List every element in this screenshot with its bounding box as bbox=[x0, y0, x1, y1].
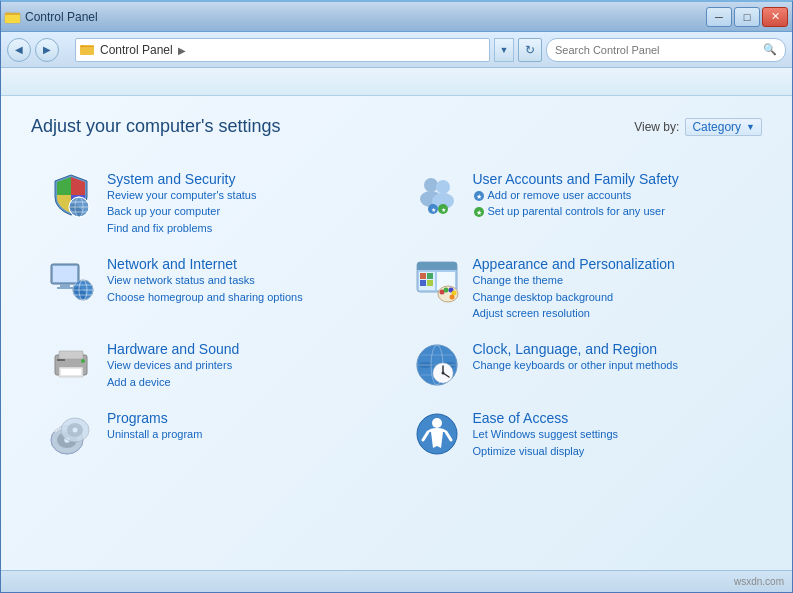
hardware-text: Hardware and Sound View devices and prin… bbox=[107, 341, 239, 390]
maximize-button[interactable]: □ bbox=[734, 7, 760, 27]
view-by-arrow: ▼ bbox=[746, 122, 755, 132]
programs-link-1[interactable]: Uninstall a program bbox=[107, 427, 202, 442]
svg-text:★: ★ bbox=[476, 193, 482, 200]
main-content: Adjust your computer's settings View by:… bbox=[1, 96, 792, 570]
system-security-text: System and Security Review your computer… bbox=[107, 171, 256, 236]
categories-grid: System and Security Review your computer… bbox=[31, 161, 762, 469]
view-by-label: View by: bbox=[634, 120, 679, 134]
ease-of-access-title[interactable]: Ease of Access bbox=[473, 410, 619, 426]
forward-button[interactable]: ▶ bbox=[35, 38, 59, 62]
system-security-link-1[interactable]: Review your computer's status bbox=[107, 188, 256, 203]
user-accounts-link-1[interactable]: Add or remove user accounts bbox=[488, 188, 632, 203]
category-appearance[interactable]: Appearance and Personalization Change th… bbox=[397, 246, 763, 331]
category-ease-of-access[interactable]: Ease of Access Let Windows suggest setti… bbox=[397, 400, 763, 469]
svg-rect-51 bbox=[57, 359, 65, 361]
parental-controls-badge-icon: ★ bbox=[473, 206, 485, 218]
category-network[interactable]: Network and Internet View network status… bbox=[31, 246, 397, 331]
svg-point-45 bbox=[449, 295, 454, 300]
view-by-dropdown[interactable]: Category ▼ bbox=[685, 118, 762, 136]
search-box[interactable]: 🔍 bbox=[546, 38, 786, 62]
svg-point-50 bbox=[81, 359, 85, 363]
hardware-link-1[interactable]: View devices and printers bbox=[107, 358, 239, 373]
svg-rect-37 bbox=[427, 273, 433, 279]
category-user-accounts[interactable]: ★ ★ User Accounts and Family Safety ★ Ad… bbox=[397, 161, 763, 246]
appearance-link-3[interactable]: Adjust screen resolution bbox=[473, 306, 675, 321]
hardware-link-2[interactable]: Add a device bbox=[107, 375, 239, 390]
ease-of-access-icon bbox=[413, 410, 461, 458]
user-accounts-title[interactable]: User Accounts and Family Safety bbox=[473, 171, 679, 187]
search-icon[interactable]: 🔍 bbox=[763, 43, 777, 56]
svg-rect-49 bbox=[61, 369, 81, 375]
breadcrumb: Control Panel ▶ bbox=[100, 43, 485, 57]
content-header: Adjust your computer's settings View by:… bbox=[31, 116, 762, 137]
back-button[interactable]: ◀ bbox=[7, 38, 31, 62]
main-window: Control Panel ─ □ ✕ ◀ ▶ Control Panel ▶ … bbox=[0, 0, 793, 593]
category-programs[interactable]: Programs Uninstall a program bbox=[31, 400, 397, 469]
svg-point-11 bbox=[436, 180, 450, 194]
system-security-link-2[interactable]: Back up your computer bbox=[107, 204, 256, 219]
window-folder-icon bbox=[5, 9, 21, 25]
category-system-security[interactable]: System and Security Review your computer… bbox=[31, 161, 397, 246]
view-by-control: View by: Category ▼ bbox=[634, 118, 762, 136]
address-input-wrapper: Control Panel ▶ bbox=[75, 38, 490, 62]
category-hardware[interactable]: Hardware and Sound View devices and prin… bbox=[31, 331, 397, 400]
address-bar: ◀ ▶ Control Panel ▶ ▼ ↻ 🔍 bbox=[1, 32, 792, 68]
appearance-text: Appearance and Personalization Change th… bbox=[473, 256, 675, 321]
svg-rect-39 bbox=[427, 280, 433, 286]
clock-link-1[interactable]: Change keyboards or other input methods bbox=[473, 358, 678, 373]
ease-of-access-text: Ease of Access Let Windows suggest setti… bbox=[473, 410, 619, 459]
system-security-title[interactable]: System and Security bbox=[107, 171, 256, 187]
network-link-1[interactable]: View network status and tasks bbox=[107, 273, 303, 288]
svg-rect-47 bbox=[59, 351, 83, 359]
svg-rect-36 bbox=[420, 273, 426, 279]
svg-point-42 bbox=[443, 288, 448, 293]
address-folder-icon bbox=[80, 42, 96, 58]
svg-point-69 bbox=[73, 428, 78, 433]
network-icon bbox=[47, 256, 95, 304]
user-accounts-badge-icon: ★ bbox=[473, 190, 485, 202]
svg-text:★: ★ bbox=[430, 207, 435, 213]
clock-text: Clock, Language, and Region Change keybo… bbox=[473, 341, 678, 373]
svg-rect-33 bbox=[417, 266, 457, 270]
appearance-link-2[interactable]: Change desktop background bbox=[473, 290, 675, 305]
user-accounts-text: User Accounts and Family Safety ★ Add or… bbox=[473, 171, 679, 220]
page-title: Adjust your computer's settings bbox=[31, 116, 281, 137]
status-bar: wsxdn.com bbox=[1, 570, 792, 592]
search-input[interactable] bbox=[555, 44, 763, 56]
toolbar bbox=[1, 68, 792, 96]
network-link-2[interactable]: Choose homegroup and sharing options bbox=[107, 290, 303, 305]
user-accounts-link-2[interactable]: Set up parental controls for any user bbox=[488, 204, 665, 219]
hardware-title[interactable]: Hardware and Sound bbox=[107, 341, 239, 357]
hardware-icon bbox=[47, 341, 95, 389]
refresh-button[interactable]: ↻ bbox=[518, 38, 542, 62]
svg-point-71 bbox=[432, 418, 442, 428]
minimize-button[interactable]: ─ bbox=[706, 7, 732, 27]
title-bar-buttons: ─ □ ✕ bbox=[706, 7, 788, 27]
network-title[interactable]: Network and Internet bbox=[107, 256, 303, 272]
svg-rect-38 bbox=[420, 280, 426, 286]
close-button[interactable]: ✕ bbox=[762, 7, 788, 27]
programs-title[interactable]: Programs bbox=[107, 410, 202, 426]
svg-point-62 bbox=[441, 372, 444, 375]
network-text: Network and Internet View network status… bbox=[107, 256, 303, 305]
svg-rect-24 bbox=[57, 287, 73, 289]
svg-text:★: ★ bbox=[476, 209, 482, 216]
system-security-link-3[interactable]: Find and fix problems bbox=[107, 221, 256, 236]
programs-icon bbox=[47, 410, 95, 458]
address-dropdown-button[interactable]: ▼ bbox=[494, 38, 514, 62]
system-security-icon bbox=[47, 171, 95, 219]
view-by-value: Category bbox=[692, 120, 741, 134]
appearance-title[interactable]: Appearance and Personalization bbox=[473, 256, 675, 272]
title-bar: Control Panel ─ □ ✕ bbox=[1, 2, 792, 32]
svg-text:★: ★ bbox=[440, 207, 445, 213]
svg-rect-22 bbox=[53, 266, 77, 282]
category-clock[interactable]: Clock, Language, and Region Change keybo… bbox=[397, 331, 763, 400]
programs-text: Programs Uninstall a program bbox=[107, 410, 202, 442]
svg-rect-1 bbox=[5, 15, 20, 23]
ease-of-access-link-1[interactable]: Let Windows suggest settings bbox=[473, 427, 619, 442]
svg-rect-23 bbox=[60, 284, 70, 287]
clock-title[interactable]: Clock, Language, and Region bbox=[473, 341, 678, 357]
ease-of-access-link-2[interactable]: Optimize visual display bbox=[473, 444, 619, 459]
appearance-link-1[interactable]: Change the theme bbox=[473, 273, 675, 288]
title-bar-left: Control Panel bbox=[5, 9, 98, 25]
